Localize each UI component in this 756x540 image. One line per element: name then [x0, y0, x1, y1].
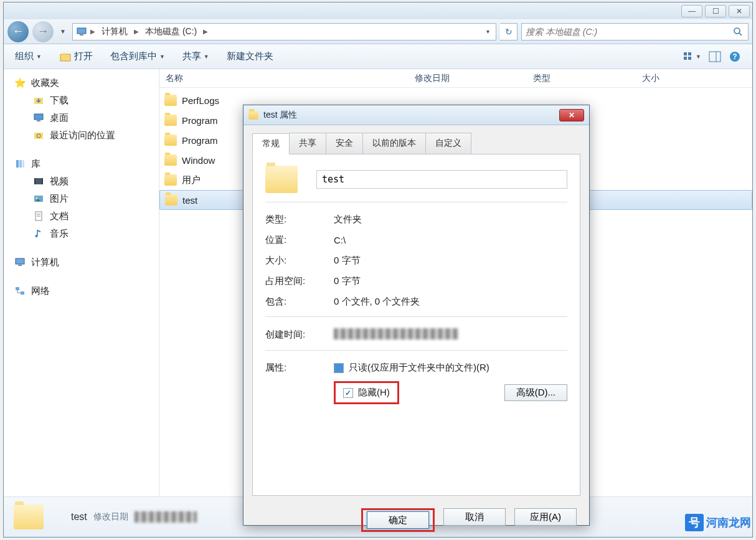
folder-name-input[interactable]	[316, 170, 567, 189]
location-label: 位置:	[265, 234, 334, 246]
ok-highlight: 确定	[361, 508, 435, 532]
document-icon	[32, 210, 45, 222]
dialog-buttons: 确定 取消 应用(A)	[243, 501, 589, 540]
folder-icon	[164, 95, 177, 106]
column-type[interactable]: 类型	[527, 69, 636, 87]
command-toolbar: 组织▼ 打开 包含到库中▼ 共享▼ 新建文件夹 ▼ ?	[4, 44, 752, 69]
advanced-button[interactable]: 高级(D)...	[504, 384, 567, 401]
back-button[interactable]: ←	[7, 21, 29, 42]
svg-rect-19	[19, 160, 22, 168]
details-name: test	[71, 511, 87, 523]
apply-button[interactable]: 应用(A)	[514, 508, 577, 526]
close-button[interactable]: ✕	[729, 5, 750, 17]
folder-icon	[248, 111, 258, 120]
navigation-sidebar: ⭐收藏夹 下载 桌面 最近访问的位置 库 视频 图片 文档 音乐 计算机 网络	[4, 69, 159, 496]
address-bar: ▶ 计算机 ▶ 本地磁盘 (C:) ▶ ▾	[72, 23, 496, 40]
share-menu[interactable]: 共享▼	[182, 50, 209, 62]
view-options-icon[interactable]: ▼	[683, 51, 701, 62]
svg-rect-15	[37, 120, 40, 121]
open-button[interactable]: 打开	[59, 50, 93, 63]
folder-icon	[164, 115, 177, 126]
dialog-close-button[interactable]: ✕	[559, 109, 584, 121]
forward-button[interactable]: →	[32, 21, 54, 42]
window-titlebar: — ☐ ✕	[4, 2, 752, 19]
breadcrumb-computer[interactable]: 计算机	[98, 25, 131, 39]
include-library-menu[interactable]: 包含到库中▼	[110, 50, 165, 62]
tab-previous[interactable]: 以前的版本	[362, 133, 426, 154]
tab-customize[interactable]: 自定义	[425, 133, 471, 154]
navigation-bar: ← → ▼ ▶ 计算机 ▶ 本地磁盘 (C:) ▶ ▾ ↻	[4, 19, 752, 44]
ok-button[interactable]: 确定	[367, 511, 429, 529]
column-name[interactable]: 名称	[159, 69, 409, 87]
sidebar-music[interactable]: 音乐	[5, 225, 158, 242]
tab-security[interactable]: 安全	[326, 133, 363, 154]
new-folder-button[interactable]: 新建文件夹	[227, 50, 273, 62]
folder-icon	[164, 154, 177, 166]
preview-pane-icon[interactable]	[709, 51, 721, 62]
column-date[interactable]: 修改日期	[409, 69, 527, 87]
svg-rect-18	[16, 160, 19, 168]
watermark-icon: 号	[685, 514, 704, 531]
attributes-label: 属性:	[265, 362, 334, 374]
refresh-button[interactable]: ↻	[500, 23, 517, 40]
svg-point-29	[35, 235, 38, 237]
folder-icon	[165, 194, 177, 206]
sidebar-videos[interactable]: 视频	[5, 173, 158, 190]
type-label: 类型:	[265, 214, 334, 225]
contains-label: 包含:	[265, 296, 334, 308]
sidebar-desktop[interactable]: 桌面	[5, 109, 158, 126]
properties-dialog: test 属性 ✕ 常规 共享 安全 以前的版本 自定义 类型:文件夹 位置:C…	[243, 105, 590, 526]
created-value	[334, 328, 567, 341]
sidebar-pictures[interactable]: 图片	[5, 190, 158, 207]
organize-menu[interactable]: 组织▼	[15, 50, 42, 62]
hidden-highlight: 隐藏(H)	[334, 381, 399, 404]
library-icon	[14, 158, 26, 170]
search-input[interactable]	[526, 27, 732, 37]
folder-icon	[265, 166, 298, 193]
chevron-right-icon[interactable]: ▶	[89, 28, 97, 35]
hidden-checkbox[interactable]	[343, 388, 353, 398]
computer-icon	[14, 256, 26, 268]
chevron-right-icon[interactable]: ▶	[202, 28, 209, 35]
tab-general[interactable]: 常规	[252, 133, 290, 154]
dialog-title: test 属性	[263, 110, 297, 121]
svg-rect-1	[80, 34, 83, 36]
readonly-checkbox[interactable]	[334, 363, 344, 373]
picture-icon	[32, 192, 45, 205]
sidebar-documents[interactable]: 文档	[5, 207, 158, 225]
sidebar-recent[interactable]: 最近访问的位置	[5, 126, 158, 144]
chevron-right-icon[interactable]: ▶	[133, 28, 140, 35]
address-dropdown[interactable]: ▾	[482, 25, 493, 39]
svg-point-2	[734, 28, 740, 34]
svg-rect-22	[34, 178, 35, 184]
minimize-button[interactable]: —	[681, 5, 702, 17]
svg-rect-9	[709, 52, 721, 62]
size-value: 0 字节	[334, 255, 567, 267]
dialog-titlebar: test 属性 ✕	[243, 105, 589, 125]
folder-icon	[164, 135, 177, 146]
column-size[interactable]: 大小	[636, 69, 729, 87]
svg-rect-8	[688, 57, 691, 60]
details-date-label: 修改日期	[93, 511, 128, 523]
dialog-tabs: 常规 共享 安全 以前的版本 自定义	[252, 133, 580, 154]
help-icon[interactable]: ?	[729, 50, 741, 63]
search-icon[interactable]	[732, 26, 744, 38]
search-box	[521, 23, 749, 40]
disk-label: 占用空间:	[265, 275, 334, 287]
history-dropdown[interactable]: ▼	[57, 25, 69, 39]
sidebar-network[interactable]: 网络	[5, 282, 158, 300]
sidebar-computer[interactable]: 计算机	[5, 253, 158, 271]
folder-icon	[14, 504, 44, 529]
breadcrumb-drive[interactable]: 本地磁盘 (C:)	[141, 25, 201, 39]
sidebar-favorites[interactable]: ⭐收藏夹	[5, 74, 158, 92]
svg-rect-4	[60, 54, 70, 61]
star-icon: ⭐	[14, 77, 26, 89]
svg-rect-31	[18, 265, 22, 266]
cancel-button[interactable]: 取消	[443, 508, 506, 526]
svg-point-25	[36, 197, 38, 199]
sidebar-libraries[interactable]: 库	[5, 155, 158, 173]
maximize-button[interactable]: ☐	[705, 5, 726, 17]
sidebar-downloads[interactable]: 下载	[5, 92, 158, 109]
video-icon	[32, 175, 45, 187]
tab-sharing[interactable]: 共享	[289, 133, 326, 154]
